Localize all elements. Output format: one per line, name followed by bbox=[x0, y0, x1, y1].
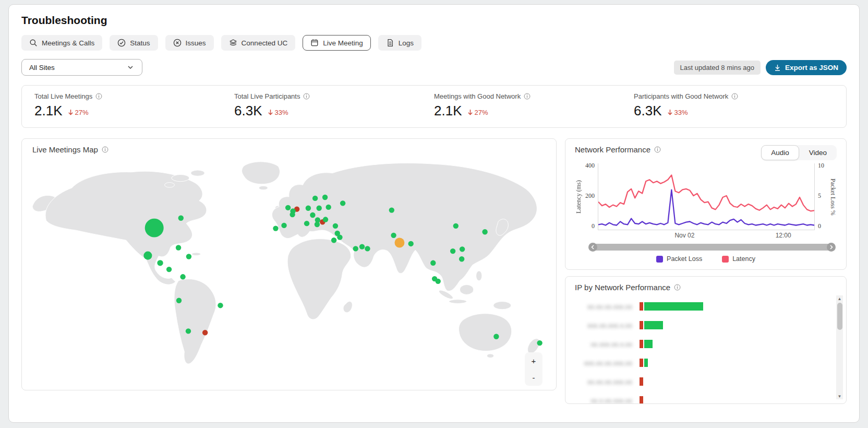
meeting-location-dot-good[interactable] bbox=[273, 225, 278, 231]
series-line-latency bbox=[598, 175, 814, 211]
meeting-location-dot-good[interactable] bbox=[290, 212, 295, 217]
meeting-location-dot-good[interactable] bbox=[281, 223, 286, 228]
meeting-location-dot-good[interactable] bbox=[493, 334, 499, 339]
meeting-location-dot-good[interactable] bbox=[145, 219, 164, 237]
network-performance-panel: Network Performance AudioVideo Latency (… bbox=[565, 138, 847, 270]
scroll-up-arrow-icon[interactable]: ▲ bbox=[836, 295, 843, 302]
trend-down-arrow-icon bbox=[467, 109, 473, 115]
site-filter-select[interactable]: All Sites bbox=[21, 59, 142, 76]
ip-list-scrollbar[interactable]: ▲ ▼ bbox=[836, 295, 843, 399]
video-tab[interactable]: Video bbox=[799, 145, 837, 160]
ip-bars bbox=[640, 359, 837, 367]
filter-toolbar: All Sites Last updated 8 mins ago Export… bbox=[21, 59, 847, 76]
meeting-location-dot-good[interactable] bbox=[333, 223, 338, 229]
meeting-location-dot-good[interactable] bbox=[359, 244, 365, 249]
ip-bars bbox=[640, 302, 837, 311]
meeting-location-dot-good[interactable] bbox=[178, 216, 184, 221]
chart-time-scrollbar[interactable] bbox=[589, 244, 835, 251]
meeting-location-dot-good[interactable] bbox=[157, 260, 163, 266]
export-json-button[interactable]: Export as JSON bbox=[766, 60, 847, 75]
legend-item-latency[interactable]: Latency bbox=[722, 255, 755, 263]
meeting-location-dot-good[interactable] bbox=[186, 254, 191, 259]
kpi-participants-with-good-network: Participants with Good Network6.3K33% bbox=[634, 92, 834, 127]
network-performance-title: Network Performance bbox=[575, 145, 650, 154]
poor-network-bar bbox=[640, 302, 643, 311]
kpi-total-live-meetings: Total Live Meetings2.1K27% bbox=[34, 92, 234, 127]
meeting-location-dot-good[interactable] bbox=[186, 328, 191, 334]
scroll-left-button[interactable] bbox=[588, 243, 597, 252]
meeting-location-dot-good[interactable] bbox=[430, 260, 436, 266]
tab-issues[interactable]: Issues bbox=[165, 35, 214, 51]
meeting-location-dot-good[interactable] bbox=[537, 340, 542, 346]
kpi-value: 2.1K bbox=[34, 103, 63, 119]
meeting-location-dot-good[interactable] bbox=[317, 206, 322, 211]
network-performance-chart[interactable] bbox=[598, 163, 815, 230]
meeting-location-dot-good[interactable] bbox=[176, 298, 182, 303]
meeting-location-dot-good[interactable] bbox=[306, 206, 311, 211]
meeting-location-dot-good[interactable] bbox=[322, 195, 328, 200]
meeting-location-dot-good[interactable] bbox=[436, 279, 441, 284]
meeting-location-dot-good[interactable] bbox=[460, 246, 465, 252]
meeting-location-dot-good[interactable] bbox=[285, 205, 291, 210]
meeting-location-dot-good[interactable] bbox=[312, 196, 318, 201]
meeting-location-dot-good[interactable] bbox=[326, 205, 331, 210]
ip-row: xx.xx.xx.xxx.xx bbox=[575, 297, 837, 316]
meeting-location-dot-good[interactable] bbox=[450, 248, 455, 254]
meeting-location-dot-good[interactable] bbox=[323, 217, 328, 222]
live-meetings-map-panel: Live Meetings Map bbox=[21, 138, 557, 390]
meeting-location-dot-fair[interactable] bbox=[394, 238, 404, 248]
kpi-delta: 27% bbox=[68, 109, 89, 116]
meeting-location-dot-good[interactable] bbox=[176, 245, 181, 250]
meeting-location-dot-good[interactable] bbox=[337, 234, 342, 240]
meeting-location-dot-good[interactable] bbox=[391, 233, 396, 238]
meeting-location-dot-good[interactable] bbox=[218, 303, 223, 308]
meeting-location-dot-good[interactable] bbox=[143, 252, 152, 260]
meeting-location-dot-good[interactable] bbox=[315, 217, 320, 222]
download-icon bbox=[774, 64, 781, 71]
ip-address-masked: xx.xx.xx.xxx.xx bbox=[575, 378, 632, 386]
ip-bars bbox=[640, 340, 837, 348]
tab-status[interactable]: Status bbox=[110, 35, 158, 51]
ip-row: xxx.xx.xxx.x.xx bbox=[575, 316, 837, 335]
meeting-location-dot-good[interactable] bbox=[365, 246, 370, 251]
meeting-location-dot-good[interactable] bbox=[310, 212, 315, 218]
map-zoom-in-button[interactable]: + bbox=[532, 356, 536, 365]
scroll-down-arrow-icon[interactable]: ▼ bbox=[836, 393, 843, 399]
ip-network-performance-panel: IP by Network Performance xx.xx.xx.xxx.x… bbox=[565, 276, 847, 404]
meeting-location-dot-poor[interactable] bbox=[202, 330, 208, 335]
meeting-location-dot-good[interactable] bbox=[304, 221, 309, 226]
audio-tab[interactable]: Audio bbox=[761, 145, 799, 160]
map-zoom-control: + - bbox=[525, 352, 542, 386]
meeting-location-dot-good[interactable] bbox=[459, 256, 464, 261]
kpi-meetings-with-good-network: Meetings with Good Network2.1K27% bbox=[434, 92, 634, 127]
tab-logs[interactable]: Logs bbox=[378, 35, 421, 51]
scroll-right-button[interactable] bbox=[827, 243, 836, 252]
info-icon bbox=[731, 93, 738, 100]
meeting-location-dot-good[interactable] bbox=[453, 223, 459, 229]
tab-connected-uc[interactable]: Connected UC bbox=[221, 35, 296, 51]
meeting-location-dot-good[interactable] bbox=[389, 207, 394, 212]
meeting-location-dot-good[interactable] bbox=[482, 229, 487, 234]
meeting-location-dot-good[interactable] bbox=[180, 274, 185, 279]
meeting-location-dot-good[interactable] bbox=[408, 241, 413, 246]
tab-live-meeting[interactable]: Live Meeting bbox=[303, 35, 371, 51]
export-json-label: Export as JSON bbox=[785, 64, 838, 72]
tab-meetings-calls[interactable]: Meetings & Calls bbox=[21, 35, 102, 51]
tab-label: Meetings & Calls bbox=[42, 39, 94, 47]
map-zoom-out-button[interactable]: - bbox=[533, 373, 535, 382]
meeting-location-dot-good[interactable] bbox=[353, 246, 358, 251]
x-circle-icon bbox=[173, 39, 182, 47]
ip-address-masked: xx.xx.xx.xxx.xx bbox=[575, 303, 632, 311]
troubleshooting-page: Troubleshooting Meetings & CallsStatusIs… bbox=[8, 4, 860, 423]
time-axis-labels: Nov 0212:00 bbox=[598, 230, 815, 240]
world-map-canvas[interactable] bbox=[32, 154, 546, 378]
kpi-label: Meetings with Good Network bbox=[434, 92, 521, 100]
meeting-location-dot-good[interactable] bbox=[340, 200, 345, 206]
check-circle-icon bbox=[117, 39, 126, 47]
meeting-location-dot-good[interactable] bbox=[331, 237, 336, 243]
info-icon bbox=[303, 93, 310, 100]
good-network-bar bbox=[644, 321, 663, 329]
legend-item-packet-loss[interactable]: Packet Loss bbox=[656, 255, 702, 263]
scrollbar-thumb[interactable] bbox=[837, 303, 842, 330]
meeting-location-dot-good[interactable] bbox=[166, 267, 172, 272]
